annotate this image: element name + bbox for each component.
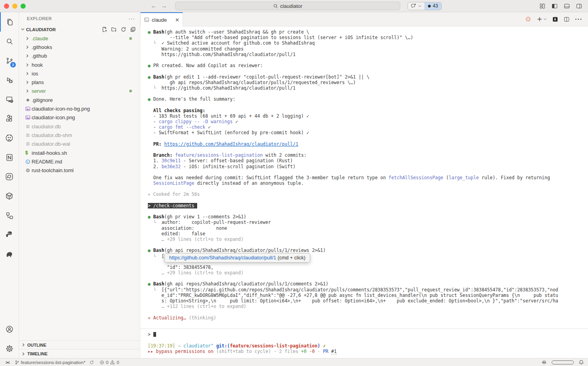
activity-search[interactable]	[0, 32, 19, 51]
outline-section[interactable]: OUTLINE	[19, 341, 140, 349]
terminal-line: Branch: feature/sessions-list-pagination…	[148, 152, 585, 158]
activity-diagram[interactable]	[0, 206, 19, 225]
terminal-text: PR:	[153, 141, 162, 147]
timeline-section[interactable]: TIMELINE	[19, 349, 140, 358]
tree-item-ios[interactable]: ios	[19, 69, 140, 78]
terminal-text: ·	[315, 349, 323, 354]
activity-settings[interactable]	[0, 339, 19, 358]
activity-notion[interactable]	[0, 148, 19, 167]
activity-source-control[interactable]: 2	[0, 51, 19, 70]
terminal-text: (gh pr view 1 --comments 2>&1)	[164, 214, 247, 220]
tree-item--githooks[interactable]: .githooks	[19, 43, 140, 51]
tree-item-hook[interactable]: hook	[19, 60, 140, 69]
back-button[interactable]: ←	[151, 2, 157, 9]
terminal-text: +0	[301, 349, 307, 354]
minimize-window-button[interactable]	[12, 4, 17, 9]
tree-item-claudiator-icon-png[interactable]: claudiator-icon.png	[19, 113, 140, 122]
tree-item-plans[interactable]: plans	[19, 78, 140, 86]
remote-indicator[interactable]: ><	[4, 360, 11, 365]
terminal-line: SessionListPage directly instead of an a…	[148, 180, 585, 186]
bell-icon[interactable]	[579, 360, 584, 365]
customize-layout-icon[interactable]	[539, 3, 546, 9]
activity-elephant[interactable]	[0, 244, 19, 264]
tooltip-link[interactable]: https://github.com/ShahadIshraq/claudiat…	[169, 255, 276, 261]
new-file-icon[interactable]	[102, 26, 107, 32]
close-tab-icon[interactable]: ✕	[175, 17, 179, 23]
refresh-icon[interactable]	[121, 26, 126, 32]
split-editor-icon[interactable]	[564, 16, 570, 23]
tree-item--claude[interactable]: .claude	[19, 34, 140, 43]
toggle-panel-icon[interactable]	[564, 3, 570, 9]
tree-item-claudiator-db-shm[interactable]: claudiator.db-shm	[19, 131, 140, 139]
tree-item-label: server	[32, 88, 46, 94]
tree-item-claudiator-icon-no-bg-png[interactable]: claudiator-icon-no-bg.png	[19, 104, 140, 113]
tree-item--gitignore[interactable]: .gitignore	[19, 96, 140, 104]
database-file-icon	[25, 141, 32, 146]
activity-postgres[interactable]	[0, 167, 19, 186]
chevron-right-icon	[25, 63, 32, 67]
forward-button[interactable]: →	[161, 2, 167, 9]
tree-item-rust-toolchain-toml[interactable]: rust-toolchain.toml	[19, 166, 140, 175]
close-window-button[interactable]	[4, 4, 9, 9]
terminal-text: -	[148, 119, 159, 124]
terminal-line: e_id":"PRRC_kwDORG8W5M6pLdaI","diff_hunk…	[148, 293, 585, 298]
terminal-line: "id": 3838455478,	[148, 265, 585, 270]
activity-python[interactable]	[0, 225, 19, 244]
workspace-section-header[interactable]: CLAUDIATOR	[19, 25, 140, 34]
editor-more-actions[interactable]: ···	[575, 16, 582, 23]
problems-indicator[interactable]: 0 0	[98, 360, 121, 365]
tree-item-readme-md[interactable]: README.md	[19, 157, 140, 166]
command-center-search[interactable]: claudiator	[175, 2, 400, 10]
tree-item-server[interactable]: server	[19, 87, 140, 96]
chevron-down-icon[interactable]	[543, 17, 547, 21]
terminal-line: ✳ Actualizing… (thinking)	[148, 315, 585, 321]
tree-item-claudiator-db[interactable]: claudiator.db	[19, 122, 140, 131]
remote-explorer-icon	[5, 95, 14, 104]
terminal-text: [{"url":"https://api.github.com/repos/Sh…	[162, 287, 558, 293]
terminal-text: (gh api repos/ShahadIshraq/claudiator/pu…	[164, 248, 326, 253]
activity-extensions[interactable]	[0, 109, 19, 128]
status-pill[interactable]	[552, 360, 574, 364]
activity-github[interactable]	[0, 128, 19, 148]
terminal-text: └	[148, 85, 162, 91]
explorer-more-actions[interactable]: ···	[128, 15, 135, 22]
toggle-primary-sidebar-icon[interactable]	[551, 3, 558, 9]
copilot-status-icon[interactable]	[541, 360, 547, 365]
terminal-text: directly instead of an anonymous tuple.	[194, 180, 304, 186]
terminal-line: ● Bash(gh api repos/ShahadIshraq/claudia…	[148, 281, 585, 287]
terminal-text: (gh pr edit 1 --add-reviewer "copilot-pu…	[164, 74, 369, 80]
tree-item--github[interactable]: .github	[19, 52, 140, 60]
terminal-link[interactable]: https://github.com/ShahadIshraq/claudiat…	[164, 141, 298, 147]
tree-item-install-hooks-sh[interactable]: $install-hooks.sh	[19, 148, 140, 157]
terminal-text: Branch:	[153, 152, 172, 158]
link-tooltip: https://github.com/ShahadIshraq/claudiat…	[164, 253, 310, 263]
claude-icon[interactable]	[525, 16, 531, 23]
chevron-down-icon	[21, 27, 25, 32]
new-terminal-icon[interactable]	[537, 16, 543, 22]
activity-container[interactable]	[0, 186, 19, 206]
zoom-window-button[interactable]	[21, 4, 26, 9]
tree-item-claudiator-db-wal[interactable]: claudiator.db-wal	[19, 140, 140, 148]
tab-claude[interactable]: claude ✕	[140, 12, 183, 26]
terminal-cursor[interactable]	[153, 332, 156, 337]
terminal-line	[148, 57, 585, 63]
branch-indicator[interactable]: feature/sessions-list-pagination*	[13, 360, 96, 365]
activity-explorer[interactable]	[0, 12, 19, 32]
collapse-folders-icon[interactable]	[130, 26, 136, 32]
terminal-text: - iOS: infinite-scroll pagination (Swift…	[181, 164, 296, 169]
activity-run-debug[interactable]	[0, 70, 19, 90]
activity-remote-explorer[interactable]	[0, 90, 19, 109]
chevron-right-icon	[21, 352, 26, 356]
copilot-badge[interactable]: 43	[407, 2, 442, 10]
tree-item-label: .claude	[32, 36, 48, 41]
terminal-editor: ● Bash(gh auth switch --user ShahadIshra…	[140, 26, 588, 358]
toggle-secondary-sidebar-icon[interactable]	[576, 3, 582, 9]
sidebar-title: EXPLORER	[27, 16, 52, 21]
terminal-text: └	[148, 287, 162, 293]
tree-item-label: claudiator.db	[32, 124, 61, 130]
gear-icon	[5, 344, 14, 353]
new-folder-icon[interactable]	[111, 26, 117, 32]
terminal-panel-toggle-icon[interactable]	[552, 16, 558, 23]
window-controls	[4, 4, 26, 9]
activity-account[interactable]	[0, 319, 19, 339]
